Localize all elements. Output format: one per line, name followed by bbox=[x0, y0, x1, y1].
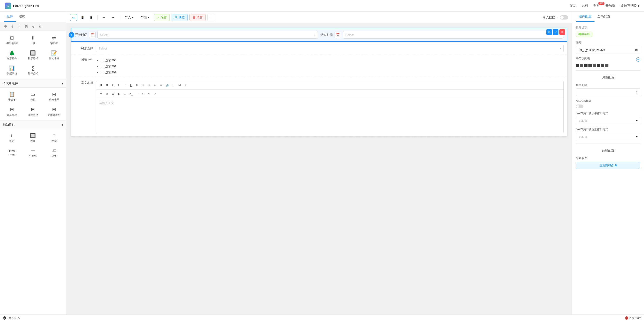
component-group[interactable]: ▭ 分组 bbox=[23, 89, 43, 104]
component-tree-select[interactable]: 🔲 树形选择 bbox=[23, 48, 43, 62]
id-input[interactable]: ref_Fjy8lxazuzhvfvc ⊞ bbox=[576, 46, 640, 53]
font-btn-settings[interactable]: ⚙ bbox=[37, 23, 43, 29]
component-cascade[interactable]: ⊞ 级联选择器 bbox=[2, 33, 22, 47]
tree-expand-1[interactable]: ▶ bbox=[96, 65, 99, 68]
nav-home[interactable]: 首页 bbox=[569, 4, 576, 8]
rich-align-left[interactable]: ≡ bbox=[140, 82, 146, 88]
component-table-form[interactable]: ⊞ 表格表单 bbox=[2, 104, 22, 119]
rich-quote[interactable]: ❝ bbox=[98, 91, 104, 97]
rich-pen[interactable]: ✏ bbox=[158, 82, 164, 88]
rich-h[interactable]: H bbox=[98, 82, 104, 88]
end-date-cal-icon[interactable]: 📅 bbox=[334, 31, 341, 38]
component-tag[interactable]: 🏷 标签 bbox=[44, 146, 64, 160]
save-btn[interactable]: ✓ 保存 bbox=[154, 14, 170, 21]
undo-btn[interactable]: ↩ bbox=[100, 14, 108, 21]
rich-video[interactable]: ▶ bbox=[116, 91, 122, 97]
rich-scissors[interactable]: ✂ bbox=[152, 82, 158, 88]
flex-vertical-select[interactable]: Select ▾ bbox=[576, 133, 640, 140]
preview-btn[interactable]: 👁 预览 bbox=[172, 14, 188, 21]
tab-components[interactable]: 组件 bbox=[4, 11, 16, 22]
set-hidden-condition-btn[interactable]: 设置隐藏条件 bbox=[576, 162, 640, 169]
component-infinite-form[interactable]: ⊞ 无限级表单 bbox=[44, 104, 64, 119]
redo-btn[interactable]: ↪ bbox=[109, 14, 116, 21]
font-btn-simple[interactable]: 简 bbox=[23, 23, 29, 29]
tab-global-config[interactable]: 全局配置 bbox=[594, 11, 613, 22]
component-rich-text[interactable]: 📝 富文本框 bbox=[44, 48, 64, 62]
nav-opensource[interactable]: 开源版 bbox=[606, 4, 615, 8]
font-btn-zh[interactable]: 中 bbox=[2, 23, 8, 29]
node-icon-1[interactable] bbox=[576, 64, 579, 67]
nav-buy[interactable]: 购买 618 bbox=[593, 4, 600, 8]
tree-expand-2[interactable]: ▶ bbox=[96, 71, 99, 74]
component-upload[interactable]: ⬆ 上传 bbox=[23, 33, 43, 47]
row-copy-btn[interactable]: ⧉ bbox=[546, 29, 552, 35]
rich-italic[interactable]: I bbox=[122, 82, 128, 88]
grid-gap-input[interactable]: ▲ ▼ bbox=[576, 88, 640, 96]
view-mobile-btn[interactable]: 📱 bbox=[88, 14, 94, 21]
rich-bold[interactable]: B bbox=[104, 82, 110, 88]
rich-divider[interactable]: — bbox=[134, 91, 140, 97]
clear-btn[interactable]: 🗑 清空 bbox=[190, 14, 206, 21]
component-text[interactable]: T 文字 bbox=[44, 131, 64, 145]
component-nested-form[interactable]: ⊞ 嵌套表单 bbox=[23, 104, 43, 119]
node-icon-7[interactable] bbox=[601, 64, 604, 67]
more-btn[interactable]: … bbox=[208, 14, 214, 21]
tree-select-dropdown[interactable]: Select ▾ bbox=[96, 45, 564, 52]
rich-redo[interactable]: ↪ bbox=[146, 91, 152, 97]
rich-checklist[interactable]: ☑ bbox=[177, 82, 182, 88]
rich-indent[interactable]: ≡ bbox=[183, 82, 188, 88]
component-transfer[interactable]: ⇄ 穿梭框 bbox=[44, 33, 64, 47]
component-step-form[interactable]: ⊞ 分步表单 bbox=[44, 89, 64, 104]
node-icon-4[interactable] bbox=[588, 64, 592, 67]
row-delete-btn[interactable]: ✕ bbox=[559, 29, 565, 35]
rich-align-center[interactable]: ≡ bbox=[146, 82, 152, 88]
data-entry-toggle[interactable] bbox=[560, 15, 568, 19]
rich-strike[interactable]: S bbox=[134, 82, 140, 88]
rich-list[interactable]: ☰ bbox=[171, 82, 176, 88]
font-btn-emoji[interactable]: ☺ bbox=[30, 23, 36, 29]
node-icon-6[interactable] bbox=[597, 64, 600, 67]
rich-t1[interactable]: T₁ bbox=[110, 82, 116, 88]
end-date-select[interactable]: Select ▾ bbox=[343, 31, 563, 38]
grid-gap-stepper[interactable]: ▲ ▼ bbox=[636, 90, 638, 94]
start-date-cal-icon[interactable]: 📅 bbox=[89, 31, 96, 38]
nav-language[interactable]: 多语言切换 ▾ bbox=[621, 4, 639, 8]
component-formula[interactable]: ∑ 计算公式 bbox=[23, 63, 43, 77]
component-divider[interactable]: ─ 分割线 bbox=[23, 146, 43, 160]
tree-expand-0[interactable]: ▶ bbox=[96, 59, 99, 62]
component-tree-control[interactable]: 🌲 树形控件 bbox=[2, 48, 22, 62]
stepper-down[interactable]: ▼ bbox=[636, 92, 638, 94]
add-row-btn[interactable]: + bbox=[68, 32, 74, 38]
add-child-node-btn[interactable]: + bbox=[636, 57, 640, 61]
rich-content[interactable]: 请输入正文 bbox=[96, 98, 563, 133]
rich-image[interactable]: 🖼 bbox=[110, 91, 116, 97]
component-html[interactable]: HTML HTML bbox=[2, 146, 22, 160]
component-hint[interactable]: ℹ 提示 bbox=[2, 131, 22, 145]
component-sub-form[interactable]: 📋 子表单 bbox=[2, 89, 22, 104]
rich-fullscreen[interactable]: ⤢ bbox=[152, 91, 158, 97]
font-btn-curve[interactable]: ∂ bbox=[9, 23, 15, 29]
import-btn[interactable]: 导入 ▾ bbox=[122, 14, 136, 21]
node-icon-2[interactable] bbox=[580, 64, 583, 67]
rich-font[interactable]: F bbox=[116, 82, 122, 88]
rich-undo[interactable]: ↩ bbox=[140, 91, 146, 97]
flex-horizontal-select[interactable]: Select ▾ bbox=[576, 117, 640, 124]
node-icon-5[interactable] bbox=[592, 64, 596, 67]
flex-mode-toggle[interactable] bbox=[576, 104, 583, 108]
sub-section-header[interactable]: 子表单组件 ▾ bbox=[0, 79, 66, 88]
rich-emoji[interactable]: ☺ bbox=[104, 91, 110, 97]
aux-section-header[interactable]: 辅助组件 ▾ bbox=[0, 121, 66, 129]
view-desktop-btn[interactable]: ▭ bbox=[70, 14, 77, 21]
stepper-up[interactable]: ▲ bbox=[636, 90, 638, 92]
tree-check-1[interactable] bbox=[101, 65, 104, 68]
view-tablet-btn[interactable]: 📱 bbox=[79, 14, 86, 21]
row-move-btn[interactable]: ⤢ bbox=[553, 29, 558, 35]
rich-link[interactable]: 🔗 bbox=[164, 82, 170, 88]
rich-code[interactable]: >_ bbox=[128, 91, 134, 97]
tab-component-config[interactable]: 组件配置 bbox=[576, 11, 594, 22]
node-icon-8[interactable] bbox=[605, 64, 608, 67]
nav-docs[interactable]: 文档 bbox=[581, 4, 588, 8]
node-icon-3[interactable] bbox=[584, 64, 588, 67]
tab-structure[interactable]: 结构 bbox=[16, 11, 28, 22]
component-data-table[interactable]: 📊 数据表格 bbox=[2, 63, 22, 77]
